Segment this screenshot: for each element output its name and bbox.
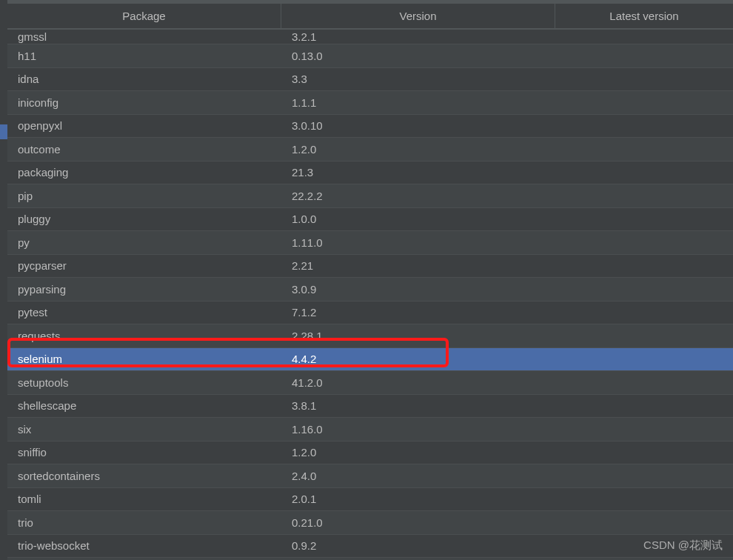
- package-version-cell: 4.4.2: [281, 353, 555, 365]
- package-version-cell: 22.2.2: [281, 190, 555, 202]
- table-row[interactable]: iniconfig1.1.1: [7, 91, 733, 115]
- package-version-cell: 1.16.0: [281, 423, 555, 436]
- package-name-cell: setuptools: [7, 376, 281, 389]
- table-row[interactable]: selenium4.4.2: [7, 348, 733, 372]
- table-row[interactable]: sniffio1.2.0: [7, 441, 733, 465]
- package-name-cell: sniffio: [7, 446, 281, 459]
- table-row[interactable]: requests2.28.1: [7, 324, 733, 348]
- table-row[interactable]: pycparser2.21: [7, 255, 733, 279]
- table-row[interactable]: openpyxl3.0.10: [7, 115, 733, 139]
- package-name-cell: pluggy: [7, 213, 281, 225]
- table-row[interactable]: six1.16.0: [7, 418, 733, 441]
- package-version-cell: 7.1.2: [281, 306, 555, 319]
- table-header: Package Version Latest version: [7, 4, 733, 30]
- package-name-cell: idna: [7, 73, 281, 85]
- package-name-cell: shellescape: [7, 399, 281, 412]
- table-row[interactable]: pluggy1.0.0: [7, 208, 733, 232]
- table-row[interactable]: py1.11.0: [7, 231, 733, 255]
- package-version-cell: 3.8.1: [281, 399, 555, 412]
- package-version-cell: 3.0.10: [281, 119, 555, 132]
- package-name-cell: pyparsing: [7, 283, 281, 296]
- package-version-cell: 0.13.0: [281, 50, 555, 62]
- table-row[interactable]: idna3.3: [7, 68, 733, 92]
- watermark: CSDN @花测试: [643, 539, 723, 553]
- package-version-cell: 21.3: [281, 166, 555, 179]
- package-version-cell: 41.2.0: [281, 376, 555, 389]
- package-name-cell: iniconfig: [7, 96, 281, 109]
- package-name-cell: openpyxl: [7, 119, 281, 132]
- package-version-cell: 2.0.1: [281, 493, 555, 505]
- table-row[interactable]: pip22.2.2: [7, 184, 733, 208]
- package-name-cell: h11: [7, 50, 281, 62]
- package-name-cell: trio-websocket: [7, 539, 281, 552]
- package-name-cell: trio: [7, 516, 281, 529]
- package-version-cell: 2.28.1: [281, 330, 555, 342]
- table-row[interactable]: tomli2.0.1: [7, 488, 733, 512]
- package-name-cell: packaging: [7, 166, 281, 179]
- header-latest[interactable]: Latest version: [555, 4, 733, 28]
- table-row[interactable]: h110.13.0: [7, 44, 733, 68]
- package-version-cell: 3.3: [281, 73, 555, 85]
- package-name-cell: pip: [7, 190, 281, 202]
- package-table-body: gmssl3.2.1h110.13.0idna3.3iniconfig1.1.1…: [7, 30, 733, 560]
- package-version-cell: 2.21: [281, 259, 555, 272]
- header-package[interactable]: Package: [7, 4, 281, 28]
- package-version-cell: 1.1.1: [281, 96, 555, 109]
- package-name-cell: sortedcontainers: [7, 470, 281, 482]
- package-name-cell: selenium: [7, 353, 281, 365]
- package-name-cell: py: [7, 236, 281, 249]
- table-row[interactable]: pytest7.1.2: [7, 301, 733, 325]
- package-version-cell: 1.11.0: [281, 236, 555, 249]
- table-row[interactable]: setuptools41.2.0: [7, 371, 733, 395]
- package-name-cell: pycparser: [7, 259, 281, 272]
- package-name-cell: requests: [7, 330, 281, 342]
- left-gutter: [0, 0, 7, 560]
- package-version-cell: 1.2.0: [281, 143, 555, 156]
- table-row[interactable]: sortedcontainers2.4.0: [7, 464, 733, 488]
- table-row[interactable]: shellescape3.8.1: [7, 395, 733, 419]
- table-row[interactable]: outcome1.2.0: [7, 138, 733, 161]
- table-row[interactable]: gmssl3.2.1: [7, 30, 733, 44]
- package-version-cell: 1.0.0: [281, 213, 555, 225]
- package-name-cell: gmssl: [7, 30, 281, 43]
- package-version-cell: 3.0.9: [281, 283, 555, 296]
- package-version-cell: 3.2.1: [281, 30, 555, 43]
- table-row[interactable]: pyparsing3.0.9: [7, 278, 733, 301]
- selection-indicator: [0, 124, 7, 139]
- table-row[interactable]: trio-websocket0.9.2: [7, 535, 733, 559]
- table-row[interactable]: trio0.21.0: [7, 511, 733, 535]
- package-name-cell: six: [7, 423, 281, 436]
- package-name-cell: outcome: [7, 143, 281, 156]
- package-version-cell: 0.9.2: [281, 539, 555, 552]
- package-name-cell: tomli: [7, 493, 281, 505]
- package-name-cell: pytest: [7, 306, 281, 319]
- table-row[interactable]: packaging21.3: [7, 161, 733, 185]
- header-version[interactable]: Version: [281, 4, 555, 28]
- package-version-cell: 2.4.0: [281, 470, 555, 482]
- package-version-cell: 0.21.0: [281, 516, 555, 529]
- package-version-cell: 1.2.0: [281, 446, 555, 459]
